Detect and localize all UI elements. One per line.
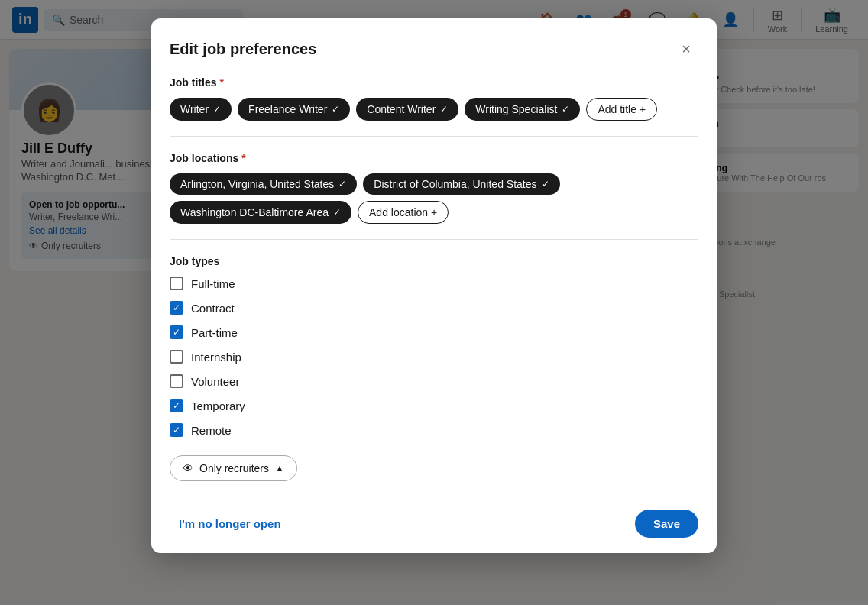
section-divider-2 — [170, 239, 698, 240]
checkbox-parttime-box[interactable]: ✓ — [170, 325, 183, 339]
check-icon: ✓ — [213, 104, 221, 115]
modal-header: Edit job preferences × — [170, 37, 698, 61]
add-title-button[interactable]: Add title + — [586, 98, 657, 121]
save-button[interactable]: Save — [635, 510, 698, 538]
checkbox-contract-box[interactable]: ✓ — [170, 301, 183, 315]
job-locations-section-label: Job locations * — [170, 152, 698, 164]
visibility-button[interactable]: 👁 Only recruiters ▲ — [170, 455, 297, 481]
checkbox-remote[interactable]: ✓ Remote — [170, 423, 698, 437]
checkbox-internship-box[interactable] — [170, 350, 183, 364]
checkbox-contract[interactable]: ✓ Contract — [170, 301, 698, 315]
checkbox-fulltime-box[interactable] — [170, 277, 183, 290]
chip-writer[interactable]: Writer ✓ — [170, 98, 232, 121]
modal-footer: I'm no longer open Save — [170, 497, 698, 538]
chip-content-writer[interactable]: Content Writer ✓ — [356, 98, 458, 121]
check-icon: ✓ — [338, 179, 346, 189]
checkbox-volunteer[interactable]: Volunteer — [170, 374, 698, 388]
chip-freelance-writer[interactable]: Freelance Writer ✓ — [238, 98, 350, 121]
chevron-up-icon: ▲ — [275, 463, 284, 474]
checkbox-fulltime[interactable]: Full-time — [170, 277, 698, 290]
visibility-label: Only recruiters — [199, 462, 269, 474]
job-types-section-label: Job types — [170, 255, 698, 267]
chip-dc[interactable]: District of Columbia, United States ✓ — [363, 173, 559, 195]
add-location-button[interactable]: Add location + — [358, 201, 449, 224]
job-locations-chips: Arlington, Virginia, United States ✓ Dis… — [170, 173, 698, 224]
modal-title: Edit job preferences — [170, 40, 316, 58]
checkbox-temporary[interactable]: ✓ Temporary — [170, 399, 698, 412]
checkbox-parttime[interactable]: ✓ Part-time — [170, 325, 698, 339]
checkbox-temporary-box[interactable]: ✓ — [170, 399, 183, 412]
close-button[interactable]: × — [674, 37, 698, 61]
job-titles-section-label: Job titles * — [170, 76, 698, 89]
check-icon: ✓ — [333, 207, 341, 218]
eye-icon: 👁 — [183, 462, 193, 474]
section-divider-1 — [170, 136, 698, 137]
chip-writing-specialist[interactable]: Writing Specialist ✓ — [465, 98, 580, 121]
check-icon: ✓ — [542, 179, 549, 189]
no-longer-open-button[interactable]: I'm no longer open — [170, 511, 290, 536]
chip-dc-baltimore[interactable]: Washington DC-Baltimore Area ✓ — [170, 201, 351, 224]
check-icon: ✓ — [440, 104, 448, 115]
check-icon: ✓ — [562, 104, 569, 115]
checkbox-internship[interactable]: Internship — [170, 350, 698, 364]
edit-job-preferences-modal: Edit job preferences × Job titles * Writ… — [151, 18, 717, 553]
checkbox-remote-box[interactable]: ✓ — [170, 423, 183, 437]
job-titles-chips: Writer ✓ Freelance Writer ✓ Content Writ… — [170, 98, 698, 121]
chip-arlington[interactable]: Arlington, Virginia, United States ✓ — [170, 173, 357, 195]
check-icon: ✓ — [332, 104, 339, 115]
checkbox-volunteer-box[interactable] — [170, 374, 183, 388]
required-indicator-2: * — [241, 152, 245, 164]
required-indicator: * — [219, 76, 223, 89]
job-types-list: Full-time ✓ Contract ✓ Part-time Interns… — [170, 277, 698, 437]
